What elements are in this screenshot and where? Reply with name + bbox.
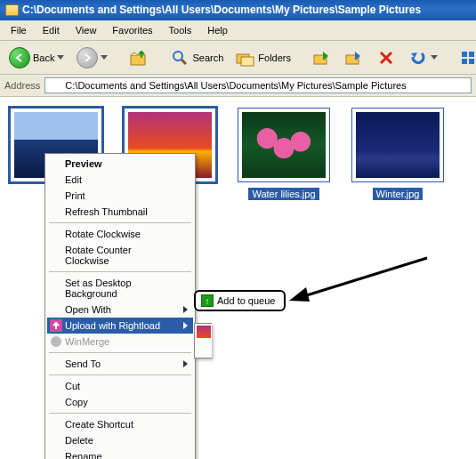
submenu-add-to-queue[interactable]: ↑ Add to queue xyxy=(194,290,286,311)
menu-view[interactable]: View xyxy=(69,22,104,38)
thumbnail-item[interactable]: Water lilies.jpg xyxy=(237,108,331,200)
svg-point-12 xyxy=(51,336,61,347)
menubar: File Edit View Favorites Tools Help xyxy=(0,20,476,41)
menu-edit[interactable]: Edit xyxy=(36,22,67,38)
rightload-icon xyxy=(50,319,62,332)
thumbnail-image xyxy=(242,112,326,178)
address-bar: Address C:\Documents and Settings\All Us… xyxy=(0,75,476,97)
folder-up-icon xyxy=(129,48,149,68)
svg-marker-14 xyxy=(289,287,310,302)
svg-rect-7 xyxy=(462,52,467,57)
submenu-partial xyxy=(194,323,212,358)
ctx-preview[interactable]: Preview xyxy=(47,156,193,172)
ctx-set-desktop-background[interactable]: Set as Desktop Background xyxy=(47,275,193,302)
back-button[interactable]: Back xyxy=(5,45,68,70)
thumbnail-icon xyxy=(197,326,211,338)
svg-line-2 xyxy=(182,60,186,64)
search-icon xyxy=(170,48,190,68)
svg-rect-9 xyxy=(462,59,467,64)
ctx-winmerge-label: WinMerge xyxy=(65,336,109,347)
address-value: C:\Documents and Settings\All Users\Docu… xyxy=(65,80,406,91)
moveto-button[interactable] xyxy=(309,46,335,69)
thumbnail-image xyxy=(356,112,440,178)
svg-rect-8 xyxy=(469,52,474,57)
copy-to-icon xyxy=(344,48,364,68)
ctx-winmerge[interactable]: WinMerge xyxy=(47,334,193,350)
address-label: Address xyxy=(4,80,40,91)
ctx-rotate-clockwise[interactable]: Rotate Clockwise xyxy=(47,226,193,242)
back-arrow-icon xyxy=(9,47,30,68)
ctx-upload-label: Upload with Rightload xyxy=(65,320,160,331)
ctx-cut[interactable]: Cut xyxy=(47,378,193,394)
search-label: Search xyxy=(192,52,223,63)
separator xyxy=(49,352,191,353)
menu-favorites[interactable]: Favorites xyxy=(105,22,159,38)
submenu-label: Add to queue xyxy=(217,295,275,306)
search-button[interactable]: Search xyxy=(166,46,227,69)
ctx-copy[interactable]: Copy xyxy=(47,394,193,410)
thumbnail-item[interactable]: Winter.jpg xyxy=(351,108,445,200)
ctx-rename[interactable]: Rename xyxy=(47,448,193,459)
chevron-down-icon xyxy=(431,55,438,60)
copyto-button[interactable] xyxy=(341,46,367,69)
forward-arrow-icon xyxy=(77,47,98,68)
window-title: C:\Documents and Settings\All Users\Docu… xyxy=(22,4,421,16)
separator xyxy=(49,222,191,223)
annotation-arrow xyxy=(285,254,436,316)
menu-help[interactable]: Help xyxy=(200,22,235,38)
ctx-edit[interactable]: Edit xyxy=(47,172,193,188)
svg-point-1 xyxy=(173,52,182,60)
folder-icon xyxy=(48,80,61,91)
winmerge-icon xyxy=(50,335,62,348)
svg-rect-0 xyxy=(131,55,145,65)
ctx-upload-with-rightload[interactable]: Upload with Rightload xyxy=(47,318,193,334)
chevron-down-icon xyxy=(57,55,64,60)
ctx-create-shortcut[interactable]: Create Shortcut xyxy=(47,416,193,432)
svg-line-13 xyxy=(298,258,427,298)
undo-icon xyxy=(408,48,428,68)
undo-button[interactable] xyxy=(405,46,441,69)
chevron-down-icon xyxy=(101,55,108,60)
views-button[interactable] xyxy=(456,46,476,69)
ctx-refresh-thumbnail[interactable]: Refresh Thumbnail xyxy=(47,204,193,220)
views-icon xyxy=(459,48,476,68)
ctx-print[interactable]: Print xyxy=(47,188,193,204)
svg-rect-10 xyxy=(469,59,474,64)
separator xyxy=(49,271,191,272)
move-to-icon xyxy=(312,48,332,68)
thumbnail-caption: Water lilies.jpg xyxy=(248,188,319,200)
toolbar: Back Search Folders xyxy=(0,41,476,75)
separator xyxy=(49,374,191,375)
svg-rect-4 xyxy=(241,57,254,66)
separator xyxy=(49,413,191,414)
address-field[interactable]: C:\Documents and Settings\All Users\Docu… xyxy=(44,77,472,93)
back-label: Back xyxy=(33,52,54,63)
folders-label: Folders xyxy=(258,52,291,63)
context-menu: Preview Edit Print Refresh Thumbnail Rot… xyxy=(44,153,196,459)
ctx-open-with[interactable]: Open With xyxy=(47,302,193,318)
ctx-delete[interactable]: Delete xyxy=(47,432,193,448)
ctx-send-to[interactable]: Send To xyxy=(47,356,193,372)
folder-icon xyxy=(5,4,19,16)
delete-x-icon xyxy=(376,48,396,68)
menu-file[interactable]: File xyxy=(4,22,34,38)
delete-button[interactable] xyxy=(373,46,399,69)
folders-icon xyxy=(236,48,255,68)
thumbnail-caption: Winter.jpg xyxy=(373,188,424,200)
ctx-rotate-counter-clockwise[interactable]: Rotate Counter Clockwise xyxy=(47,242,193,269)
menu-tools[interactable]: Tools xyxy=(162,22,199,38)
window-titlebar: C:\Documents and Settings\All Users\Docu… xyxy=(0,0,476,20)
folders-button[interactable]: Folders xyxy=(232,46,294,69)
forward-button[interactable] xyxy=(73,45,111,70)
up-button[interactable] xyxy=(125,46,152,69)
upload-arrow-icon: ↑ xyxy=(201,294,214,307)
